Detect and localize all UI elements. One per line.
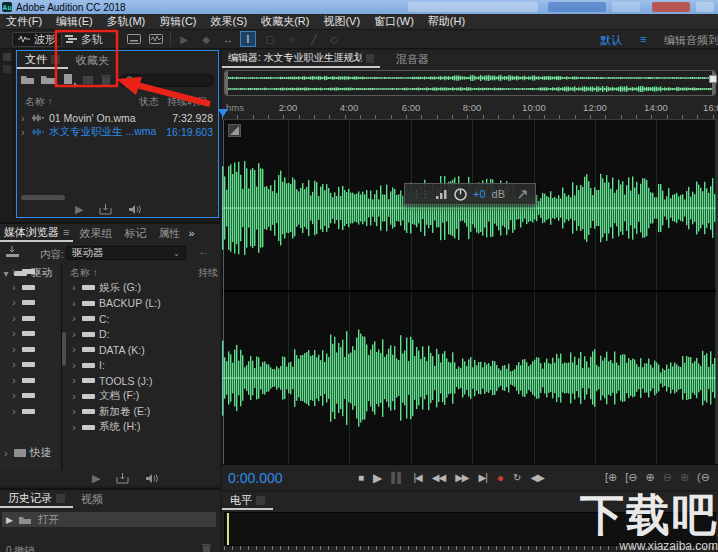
- pause-button[interactable]: ▌▌: [391, 472, 403, 483]
- tree-drive-row[interactable]: ›: [10, 326, 62, 342]
- file-row[interactable]: › 01 Movin' On.wma 7:32.928: [19, 111, 217, 125]
- more-tabs-button[interactable]: »: [186, 224, 196, 242]
- chevron-right-icon[interactable]: ›: [10, 328, 18, 339]
- history-entry[interactable]: ▶ 打开: [2, 512, 216, 527]
- chevron-right-icon[interactable]: ›: [10, 406, 18, 417]
- spectral-display-icon[interactable]: [148, 31, 164, 47]
- workspace-default-button[interactable]: 默认: [600, 33, 622, 48]
- chevron-right-icon[interactable]: ›: [10, 313, 18, 324]
- zoom-full-button[interactable]: (⊖: [697, 471, 710, 484]
- panel-wave-icon[interactable]: [3, 65, 11, 73]
- tree-drive-row[interactable]: ›: [10, 357, 62, 373]
- tab-video[interactable]: 视频: [73, 490, 111, 508]
- media-col-duration[interactable]: 持续: [198, 266, 218, 280]
- chevron-right-icon[interactable]: ›: [19, 127, 27, 138]
- time-display[interactable]: 0:00.000: [228, 470, 318, 486]
- multitrack-view-button[interactable]: 多轨: [60, 32, 108, 47]
- menu-favorites[interactable]: 收藏夹(R): [261, 14, 309, 29]
- loop-playback-icon[interactable]: [116, 473, 129, 484]
- overview-strip[interactable]: [224, 70, 716, 96]
- menu-window[interactable]: 窗口(W): [374, 14, 414, 29]
- workspace-other-button[interactable]: 编辑音频到视频: [664, 33, 718, 48]
- tab-media-browser[interactable]: 媒体浏览器 ≡: [0, 224, 73, 242]
- channel-fx-icon[interactable]: [228, 124, 241, 137]
- insert-multitrack-button[interactable]: [83, 74, 96, 85]
- fast-forward-button[interactable]: ▶▶: [455, 472, 468, 483]
- waveform-display[interactable]: ⋮⋮ +0 dB: [222, 120, 718, 464]
- media-drive-row[interactable]: ›DATA (K:): [70, 342, 220, 358]
- skip-to-start-button[interactable]: |◀: [413, 472, 421, 483]
- tree-drive-row[interactable]: ›: [10, 342, 62, 358]
- auto-play-speaker-icon[interactable]: [128, 204, 143, 215]
- hud-pin-icon[interactable]: [517, 189, 528, 200]
- content-dropdown[interactable]: 驱动器 ⌄: [66, 246, 186, 260]
- files-hscrollbar[interactable]: [21, 195, 65, 200]
- auto-play-speaker-icon[interactable]: [145, 473, 160, 484]
- ibeam-tool[interactable]: I: [240, 31, 256, 47]
- delete-file-button[interactable]: [101, 74, 111, 85]
- tree-drive-row[interactable]: ›: [10, 264, 62, 280]
- media-drive-row[interactable]: ›C:: [70, 311, 220, 327]
- media-import-button[interactable]: [5, 246, 20, 258]
- media-drive-row[interactable]: ›I:: [70, 358, 220, 374]
- panel-menu-icon[interactable]: [366, 54, 374, 63]
- tree-drive-row[interactable]: ›: [10, 388, 62, 404]
- menu-help[interactable]: 帮助(H): [428, 14, 465, 29]
- chevron-right-icon[interactable]: ›: [10, 282, 18, 293]
- preview-play-button[interactable]: ▶: [75, 203, 83, 216]
- media-drive-row[interactable]: ›文档 (F:): [70, 389, 220, 405]
- chevron-right-icon[interactable]: ›: [10, 297, 18, 308]
- tab-effects-rack[interactable]: 效果组: [73, 224, 118, 242]
- chevron-right-icon[interactable]: ›: [2, 448, 10, 459]
- file-row-selected[interactable]: › 水文专业职业生 ...wma 16:19.603: [19, 125, 217, 139]
- chevron-right-icon[interactable]: ›: [70, 282, 78, 293]
- stop-button[interactable]: ■: [358, 472, 363, 483]
- tab-levels[interactable]: 电平: [222, 492, 273, 510]
- tree-drive-row[interactable]: ›: [10, 311, 62, 327]
- zoom-in-time-button[interactable]: [⊕: [605, 471, 617, 484]
- time-selection-tool[interactable]: ↔: [220, 31, 236, 47]
- volume-hud[interactable]: ⋮⋮ +0 dB: [404, 183, 536, 205]
- panel-menu-icon[interactable]: [56, 494, 65, 503]
- hud-drag-handle[interactable]: ⋮⋮: [412, 190, 430, 199]
- tree-drive-row[interactable]: ›: [10, 280, 62, 296]
- marquee-selection-tool[interactable]: ▢: [262, 31, 278, 47]
- import-file-button[interactable]: [41, 74, 56, 85]
- tab-properties[interactable]: 属性: [152, 224, 186, 242]
- chevron-right-icon[interactable]: ›: [70, 313, 78, 324]
- files-search-input[interactable]: [119, 74, 214, 87]
- media-drive-row[interactable]: ›系统 (H:): [70, 420, 220, 436]
- workspace-menu-icon[interactable]: ≡: [640, 33, 646, 45]
- zoom-out-selection-button[interactable]: ⊖: [663, 471, 672, 484]
- history-delete-button[interactable]: [202, 543, 211, 552]
- preview-play-button[interactable]: ▶: [92, 472, 100, 485]
- tab-markers[interactable]: 标记: [118, 224, 152, 242]
- playhead-marker[interactable]: [218, 109, 228, 117]
- menu-edit[interactable]: 编辑(E): [56, 14, 93, 29]
- panel-menu-icon[interactable]: [256, 496, 265, 505]
- zoom-out-time-button[interactable]: [⊖: [625, 471, 637, 484]
- zoom-to-selection-button[interactable]: ⊕: [680, 471, 689, 484]
- chevron-right-icon[interactable]: ›: [70, 344, 78, 355]
- chevron-right-icon[interactable]: ›: [70, 360, 78, 371]
- files-col-duration[interactable]: 持续时间: [167, 95, 207, 109]
- media-drive-row[interactable]: ›D:: [70, 327, 220, 343]
- rewind-button[interactable]: ◀◀: [432, 472, 445, 483]
- files-col-name[interactable]: 名称 ↑: [25, 95, 53, 109]
- media-drive-row[interactable]: ›新加卷 (E:): [70, 404, 220, 420]
- chevron-right-icon[interactable]: ›: [70, 391, 78, 402]
- new-file-button[interactable]: [63, 74, 77, 85]
- chevron-right-icon[interactable]: ›: [19, 113, 27, 124]
- chevron-expanded-icon[interactable]: ▾: [2, 268, 10, 279]
- record-button[interactable]: ●: [497, 471, 503, 485]
- chevron-right-icon[interactable]: ›: [70, 422, 78, 433]
- skip-selection-button[interactable]: ◀▶: [530, 472, 543, 483]
- panel-grid-icon[interactable]: [3, 53, 11, 61]
- tab-files[interactable]: 文件: [17, 51, 68, 69]
- waveform-view-button[interactable]: 波形: [12, 32, 62, 47]
- lasso-selection-tool[interactable]: ○: [284, 31, 300, 47]
- loop-playback-button[interactable]: ↻: [513, 472, 520, 483]
- video-panel-icon[interactable]: [126, 31, 142, 47]
- volume-knob-icon[interactable]: [454, 188, 467, 201]
- media-col-name[interactable]: 名称 ↑: [70, 266, 98, 280]
